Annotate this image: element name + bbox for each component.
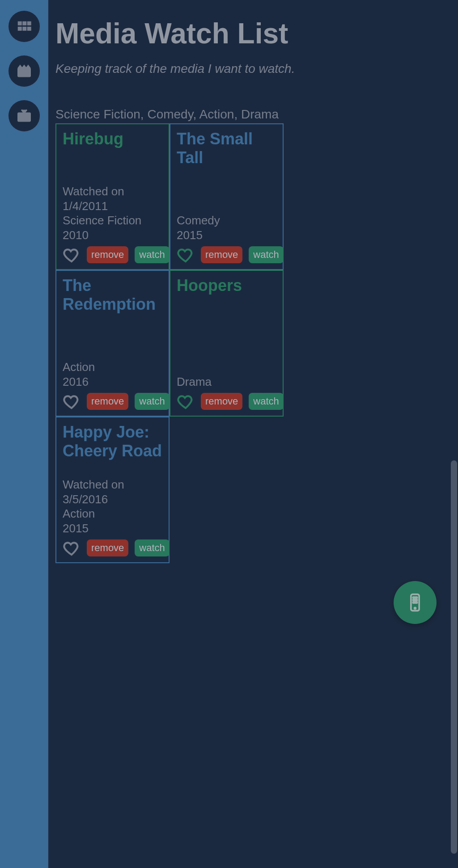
- media-card: HirebugWatched on 1/4/2011Science Fictio…: [55, 123, 170, 270]
- favorite-toggle[interactable]: [177, 392, 195, 410]
- media-card-title: The Small Tall: [177, 130, 276, 167]
- svg-rect-4: [23, 27, 26, 31]
- media-card-meta: Comedy2015: [177, 213, 276, 242]
- svg-rect-0: [18, 22, 22, 25]
- media-card: The Small TallComedy2015removewatch: [170, 123, 284, 270]
- media-card-actions: removewatch: [177, 246, 276, 264]
- media-card-actions: removewatch: [177, 392, 276, 410]
- fab-add-media[interactable]: [394, 581, 437, 624]
- favorite-toggle[interactable]: [63, 392, 81, 410]
- media-card-meta: Watched on 1/4/2011Science Fiction2010: [63, 184, 162, 242]
- heart-icon: [177, 246, 195, 264]
- svg-point-18: [416, 602, 417, 603]
- grid-icon: [16, 18, 32, 34]
- media-card-meta: Drama: [177, 375, 276, 389]
- sidebar: [0, 0, 48, 868]
- main-content: Media Watch List Keeping track of the me…: [48, 0, 458, 653]
- media-card: The RedemptionAction2016removewatch: [55, 270, 170, 417]
- remove-button[interactable]: remove: [87, 246, 128, 263]
- media-card-meta: Action2016: [63, 360, 162, 389]
- svg-rect-2: [28, 22, 31, 25]
- svg-rect-7: [18, 113, 30, 121]
- sidebar-movies-button[interactable]: [8, 55, 40, 87]
- sidebar-tv-button[interactable]: [8, 100, 40, 131]
- remove-button[interactable]: remove: [87, 539, 128, 556]
- media-card: HoopersDramaremovewatch: [170, 270, 284, 417]
- watch-button[interactable]: watch: [249, 246, 283, 263]
- film-icon: [16, 63, 32, 79]
- svg-rect-1: [23, 22, 26, 25]
- svg-rect-5: [28, 27, 31, 31]
- heart-icon: [177, 392, 195, 410]
- svg-point-9: [415, 607, 416, 609]
- scrollbar[interactable]: [451, 460, 457, 854]
- favorite-toggle[interactable]: [63, 246, 81, 264]
- svg-rect-3: [18, 27, 22, 31]
- phone-icon: [405, 593, 425, 612]
- svg-point-15: [416, 599, 417, 600]
- page-subtitle: Keeping track of the media I want to wat…: [55, 62, 451, 76]
- media-card-title: Happy Joe: Cheery Road: [63, 423, 162, 460]
- svg-point-12: [416, 597, 417, 598]
- media-card-meta: Watched on 3/5/2016Action2015: [63, 477, 162, 535]
- media-card-title: Hoopers: [177, 276, 276, 295]
- watch-button[interactable]: watch: [135, 539, 169, 556]
- media-grid: HirebugWatched on 1/4/2011Science Fictio…: [55, 123, 451, 563]
- media-card-actions: removewatch: [63, 392, 162, 410]
- favorite-toggle[interactable]: [63, 539, 81, 557]
- heart-icon: [63, 539, 81, 557]
- media-card-title: The Redemption: [63, 276, 162, 313]
- remove-button[interactable]: remove: [201, 393, 242, 410]
- media-card-title: Hirebug: [63, 130, 162, 148]
- watch-button[interactable]: watch: [135, 393, 169, 410]
- genre-filter-line: Science Fiction, Comedy, Action, Drama: [55, 107, 451, 122]
- svg-rect-6: [18, 68, 30, 76]
- favorite-toggle[interactable]: [177, 246, 195, 264]
- watch-button[interactable]: watch: [249, 393, 283, 410]
- tv-icon: [16, 108, 32, 124]
- heart-icon: [63, 392, 81, 410]
- media-card: Happy Joe: Cheery RoadWatched on 3/5/201…: [55, 417, 170, 563]
- remove-button[interactable]: remove: [201, 246, 242, 263]
- heart-icon: [63, 246, 81, 264]
- page-title: Media Watch List: [55, 18, 451, 49]
- media-card-actions: removewatch: [63, 246, 162, 264]
- watch-button[interactable]: watch: [135, 246, 169, 263]
- sidebar-grid-button[interactable]: [8, 11, 40, 42]
- remove-button[interactable]: remove: [87, 393, 128, 410]
- media-card-actions: removewatch: [63, 539, 162, 557]
